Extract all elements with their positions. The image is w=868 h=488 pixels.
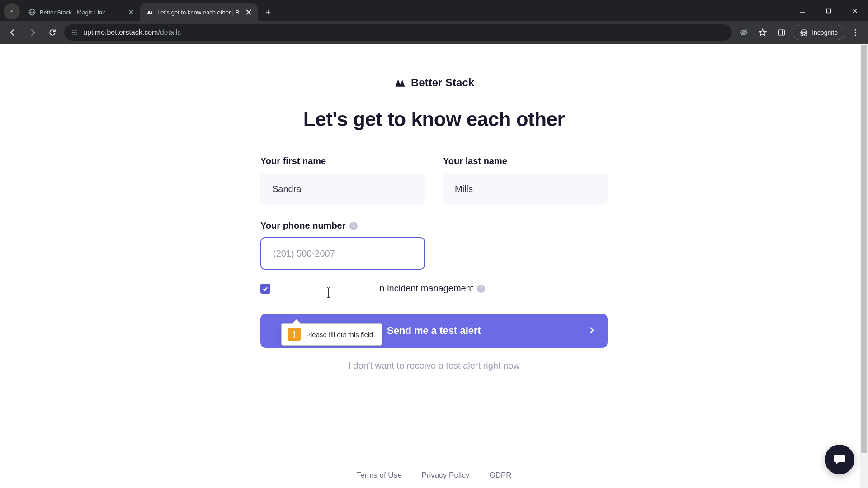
info-icon[interactable]: i (349, 222, 358, 230)
page-viewport: Better Stack Let's get to know each othe… (0, 44, 868, 488)
tab-search-button[interactable] (4, 3, 20, 19)
svg-point-15 (855, 34, 856, 36)
brand-name: Better Stack (411, 76, 474, 89)
side-panel-icon[interactable] (774, 24, 790, 41)
first-name-input[interactable] (260, 173, 425, 205)
maximize-button[interactable] (816, 0, 842, 21)
svg-rect-9 (74, 34, 77, 35)
terms-link[interactable]: Terms of Use (356, 471, 401, 480)
eye-off-icon[interactable] (736, 24, 752, 41)
last-name-input[interactable] (443, 173, 608, 205)
svg-point-13 (855, 29, 856, 31)
checkbox-row: I'd like to set up on-call an incident m… (260, 283, 608, 294)
svg-rect-4 (72, 31, 75, 32)
phone-input[interactable] (260, 237, 425, 270)
first-name-label: Your first name (260, 156, 425, 166)
incognito-label: Incognito (812, 29, 838, 36)
close-window-button[interactable] (842, 0, 868, 21)
oncall-checkbox[interactable] (260, 284, 270, 294)
page-title: Let's get to know each other (303, 108, 565, 131)
phone-label: Your phone number i (260, 221, 425, 231)
footer-links: Terms of Use Privacy Policy GDPR (0, 471, 868, 480)
close-icon[interactable] (245, 9, 252, 16)
minimize-button[interactable] (789, 0, 816, 21)
svg-point-14 (855, 32, 856, 33)
site-settings-icon[interactable] (71, 28, 79, 37)
info-icon[interactable]: i (477, 285, 485, 293)
url-text: uptime.betterstack.com/details (83, 28, 181, 37)
details-form: Your first name Your last name Your phon… (260, 156, 608, 371)
brand-logo: Better Stack (394, 76, 474, 89)
validation-tooltip: ! Please fill out this field. (281, 323, 382, 346)
svg-rect-3 (827, 9, 831, 13)
warning-icon: ! (288, 328, 301, 341)
skip-link[interactable]: I don't want to receive a test alert rig… (260, 361, 608, 371)
last-name-label: Your last name (443, 156, 608, 166)
svg-rect-5 (75, 31, 77, 32)
chevron-right-icon (590, 325, 594, 337)
chat-icon (832, 452, 847, 467)
gdpr-link[interactable]: GDPR (489, 471, 511, 480)
bookmark-star-icon[interactable] (755, 24, 771, 41)
checkbox-label: I'd like to set up on-call an incident m… (277, 283, 485, 294)
browser-tab[interactable]: Better Stack - Magic Link (23, 3, 140, 21)
forward-button[interactable] (24, 24, 41, 41)
privacy-link[interactable]: Privacy Policy (422, 471, 470, 480)
validation-message: Please fill out this field. (306, 331, 375, 338)
svg-rect-7 (76, 32, 77, 33)
svg-rect-8 (72, 34, 74, 35)
incognito-chip[interactable]: Incognito (793, 25, 844, 40)
tab-title: Better Stack - Magic Link (40, 9, 124, 16)
reload-button[interactable] (44, 24, 61, 41)
browser-tab[interactable]: Let's get to know each other | B (140, 3, 258, 21)
svg-rect-6 (72, 32, 76, 33)
chat-widget-button[interactable] (825, 445, 854, 474)
betterstack-favicon-icon (146, 8, 154, 16)
back-button[interactable] (5, 24, 21, 41)
close-icon[interactable] (127, 9, 135, 16)
new-tab-button[interactable] (260, 5, 276, 20)
globe-icon (28, 8, 36, 16)
tab-title: Let's get to know each other | B (157, 9, 241, 16)
svg-rect-11 (779, 30, 785, 35)
incognito-icon (799, 28, 808, 37)
toolbar: uptime.betterstack.com/details Incognito (0, 21, 868, 44)
window-controls (789, 0, 868, 21)
betterstack-logo-icon (394, 76, 406, 89)
scrollbar[interactable] (860, 44, 868, 488)
submit-label: Send me a test alert (387, 325, 481, 337)
address-bar[interactable]: uptime.betterstack.com/details (64, 24, 732, 41)
tab-strip: Better Stack - Magic Link Let's get to k… (0, 0, 868, 21)
kebab-menu-icon[interactable] (847, 24, 863, 41)
